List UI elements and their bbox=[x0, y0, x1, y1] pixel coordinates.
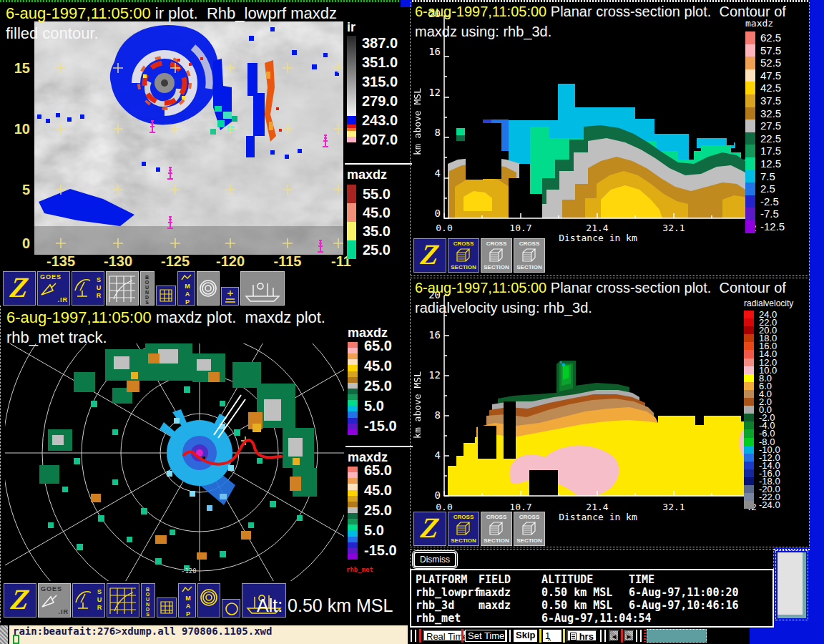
radar-antenna-icon bbox=[73, 275, 92, 303]
csv-title-line2: radialvelocity using: rhb_3d. bbox=[415, 300, 592, 316]
csv-colorbar: radialvelocity 24.022.020.018.016.014.01… bbox=[744, 298, 811, 509]
radar-grid-icon bbox=[108, 275, 137, 303]
satellite-dish-icon bbox=[41, 594, 58, 610]
window-cross-maxdz: 6-aug-1997,11:05:00 Planar cross-section… bbox=[410, 2, 810, 276]
small-grid-button[interactable] bbox=[156, 286, 176, 306]
ppi-ring-label: -120 bbox=[181, 567, 197, 575]
surveillance-grid-button[interactable] bbox=[107, 583, 139, 618]
grid-icon bbox=[160, 600, 174, 615]
time-slider-track[interactable] bbox=[647, 629, 707, 643]
table-row: rhb_3dmaxdz 0.50 km MSL6-Aug-97,10:46:16 bbox=[411, 599, 772, 612]
grid-icon bbox=[159, 288, 173, 303]
sur-radar-button[interactable]: SUR bbox=[72, 583, 105, 618]
terminal-prompt: rain:beaufait:276>xdump.all 970806.1105.… bbox=[13, 625, 272, 637]
ir-title-main: ir plot. Rhb_lowprf maxdz bbox=[151, 4, 337, 22]
cross-section-button-active[interactable]: CROSS SECTION bbox=[448, 512, 479, 546]
status-window-titlebar: Dismiss bbox=[410, 549, 774, 569]
ir-colorbar-label: ir bbox=[347, 20, 355, 35]
dismiss-button[interactable]: Dismiss bbox=[413, 552, 456, 567]
skip-value-input[interactable] bbox=[543, 630, 561, 642]
cube-icon bbox=[487, 247, 506, 264]
zebra-logo-button[interactable]: Z bbox=[4, 583, 36, 618]
csv-title-line1: 6-aug-1997,11:05:00 Planar cross-section… bbox=[415, 280, 786, 296]
desktop-right-band bbox=[810, 0, 824, 644]
map-icon bbox=[181, 585, 194, 594]
table-row: rhb_lowprfmaxdz 0.50 km MSL6-Aug-97,11:0… bbox=[411, 586, 772, 599]
zebra-z-icon: Z bbox=[3, 272, 36, 303]
separator bbox=[505, 630, 506, 642]
range-rings-button[interactable] bbox=[197, 583, 220, 618]
ppi-radar-display[interactable] bbox=[5, 343, 344, 581]
separator bbox=[636, 630, 637, 642]
tl-maxdz-label: maxdz bbox=[347, 167, 387, 182]
separator bbox=[419, 629, 421, 643]
zebra-display-screen: 6-aug-1997,11:05:00 ir plot. Rhb_lowprf … bbox=[0, 0, 824, 644]
separator bbox=[604, 630, 606, 642]
map-button[interactable]: MAP bbox=[178, 583, 196, 618]
zebra-z-icon: Z bbox=[4, 584, 36, 615]
cross-section-button-2[interactable]: CROSS SECTION bbox=[481, 238, 512, 273]
ppi-scale1-values: 65.045.0 25.05.0 -15.0 bbox=[364, 336, 397, 436]
goes-ir-button[interactable]: GOES .IR bbox=[38, 583, 71, 618]
map-button[interactable]: MAP bbox=[177, 271, 195, 306]
buoy-icon bbox=[224, 289, 237, 303]
ppi-title-line1: 6-aug-1997,11:05:00 maxdz plot. maxdz pl… bbox=[6, 308, 325, 327]
ppi-title-line2: rhb_met track. bbox=[6, 328, 107, 347]
bounds-button[interactable]: BOUNDS bbox=[140, 271, 154, 306]
csm-title-line2: maxdz using: rhb_3d. bbox=[415, 24, 551, 40]
buoy-button[interactable] bbox=[221, 287, 239, 306]
ir-colorbar-extra bbox=[347, 116, 356, 142]
ppi-title-main: maxdz plot. maxdz plot. bbox=[152, 308, 325, 326]
csm-colorbar: maxdz 62.557.552.547.542.537.532.527.522… bbox=[745, 18, 810, 233]
cross-section-button-active[interactable]: CROSS SECTION bbox=[448, 238, 479, 273]
step-forward-button[interactable]: ► bbox=[624, 630, 634, 642]
ir-toolbar: Z GOES .IR SUR BOUNDS MAP bbox=[3, 271, 285, 306]
ship-icon bbox=[243, 278, 283, 303]
separator bbox=[644, 630, 646, 642]
separator bbox=[539, 629, 541, 643]
separator bbox=[621, 629, 623, 643]
small-grid-button[interactable] bbox=[157, 597, 177, 618]
hrs-unit-button[interactable]: hrs bbox=[566, 630, 597, 642]
range-rings-button[interactable] bbox=[197, 271, 220, 306]
scroll-panel[interactable] bbox=[778, 552, 806, 618]
cross-section-button-3[interactable]: CROSS SECTION bbox=[514, 238, 545, 273]
ir-colorbar-gradient bbox=[347, 36, 356, 116]
ir-title-line1: 6-aug-1997,11:05:00 ir plot. Rhb_lowprf … bbox=[6, 4, 337, 23]
cross-velocity-plot[interactable] bbox=[442, 290, 752, 499]
radar-antenna-icon bbox=[74, 587, 92, 615]
cross-maxdz-plot[interactable] bbox=[442, 12, 752, 221]
cross-section-button-3[interactable]: CROSS SECTION bbox=[514, 512, 545, 546]
zebra-logo-button[interactable]: Z bbox=[413, 238, 446, 273]
ir-title-line2: filled contour. bbox=[6, 24, 99, 43]
window-border-dotted bbox=[774, 549, 810, 550]
surveillance-grid-button[interactable] bbox=[106, 271, 139, 306]
set-time-button[interactable]: Set Time bbox=[465, 630, 507, 642]
satellite-dish-icon bbox=[40, 282, 57, 298]
separator bbox=[411, 630, 412, 642]
csv-colorbar-label: radialvelocity bbox=[744, 298, 811, 308]
bounds-button[interactable]: BOUNDS bbox=[141, 583, 155, 618]
window-ir-plot: 6-aug-1997,11:05:00 ir plot. Rhb_lowprf … bbox=[0, 2, 412, 306]
colorbar-divider bbox=[345, 446, 413, 447]
zebra-logo-button[interactable]: Z bbox=[413, 512, 446, 546]
goes-ir-button[interactable]: GOES .IR bbox=[37, 271, 70, 306]
circle-button[interactable] bbox=[222, 599, 240, 618]
ir-colorbar-area: ir 387.0351.0 315.0279.0 243.0207.0 maxd… bbox=[345, 20, 412, 270]
left-arrow-icon: ◄ bbox=[611, 633, 618, 640]
cross-section-button-2[interactable]: CROSS SECTION bbox=[481, 512, 512, 546]
ir-colorbar-values: 387.0351.0 315.0279.0 243.0207.0 bbox=[362, 34, 398, 150]
map-icon bbox=[180, 273, 193, 282]
step-back-button[interactable]: ◄ bbox=[609, 630, 619, 642]
ppi-scale2-gradient bbox=[348, 467, 358, 560]
sur-radar-button[interactable]: SUR bbox=[72, 271, 104, 306]
terminal-scrollbar[interactable] bbox=[0, 625, 9, 644]
zebra-logo-button[interactable]: Z bbox=[3, 271, 36, 306]
terminal-window[interactable]: rain:beaufait:276>xdump.all 970806.1105.… bbox=[0, 624, 408, 644]
csm-title-line1: 6-aug-1997,11:05:00 Planar cross-section… bbox=[415, 4, 786, 20]
ship-button[interactable] bbox=[240, 271, 285, 306]
rings-icon bbox=[200, 588, 218, 607]
terminal-cursor bbox=[13, 635, 19, 644]
caret-marker: ^ bbox=[548, 638, 551, 644]
ir-satellite-image[interactable] bbox=[34, 21, 343, 255]
